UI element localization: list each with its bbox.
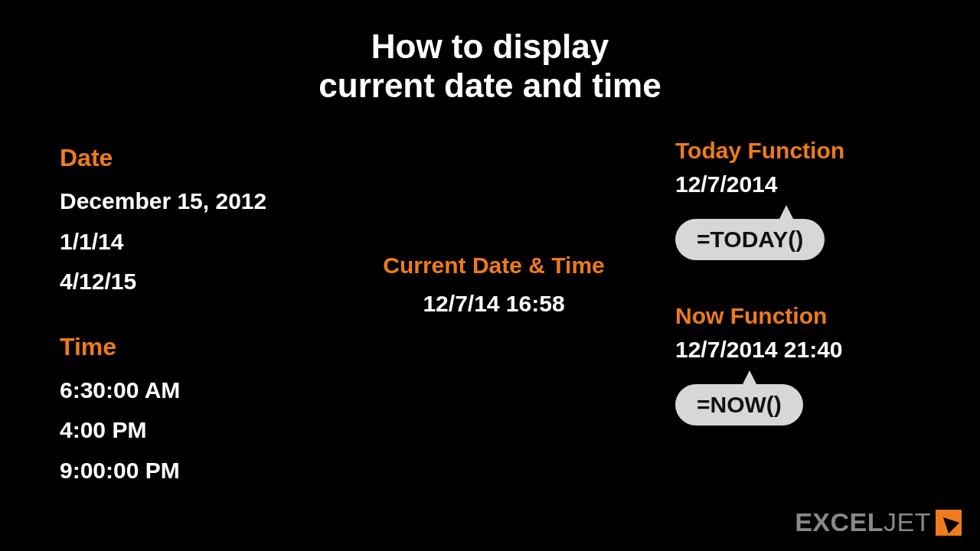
arrow-icon (936, 510, 962, 536)
exceljet-logo: EXCELJET (795, 507, 962, 537)
time-heading: Time (60, 333, 266, 361)
now-heading: Now Function (675, 303, 905, 329)
date-example: December 15, 2012 (60, 181, 266, 222)
logo-thin: JET (884, 507, 931, 536)
now-value: 12/7/2014 21:40 (675, 337, 905, 363)
time-example: 9:00:00 PM (60, 451, 266, 491)
date-example: 4/12/15 (60, 262, 266, 302)
title-line-2: current date and time (0, 67, 980, 106)
date-example: 1/1/14 (60, 222, 266, 262)
current-datetime-value: 12/7/14 16:58 (348, 291, 639, 317)
left-column: Date December 15, 2012 1/1/14 4/12/15 Ti… (60, 144, 266, 491)
current-datetime-heading: Current Date & Time (348, 253, 639, 279)
today-function-block: Today Function 12/7/2014 =TODAY() (675, 138, 905, 260)
time-example: 6:30:00 AM (60, 370, 266, 411)
title-line-1: How to display (0, 28, 980, 67)
logo-bold: EXCEL (795, 507, 884, 536)
date-heading: Date (60, 144, 266, 172)
right-column: Today Function 12/7/2014 =TODAY() Now Fu… (675, 138, 905, 468)
slide-title: How to display current date and time (0, 0, 980, 105)
time-example: 4:00 PM (60, 410, 266, 451)
today-heading: Today Function (675, 138, 905, 164)
now-formula-callout: =NOW() (675, 384, 803, 425)
middle-column: Current Date & Time 12/7/14 16:58 (348, 253, 639, 317)
now-function-block: Now Function 12/7/2014 21:40 =NOW() (675, 303, 905, 425)
slide-content: Date December 15, 2012 1/1/14 4/12/15 Ti… (0, 138, 980, 551)
logo-text: EXCELJET (795, 507, 931, 537)
today-formula-callout: =TODAY() (675, 219, 825, 260)
today-value: 12/7/2014 (675, 171, 905, 197)
